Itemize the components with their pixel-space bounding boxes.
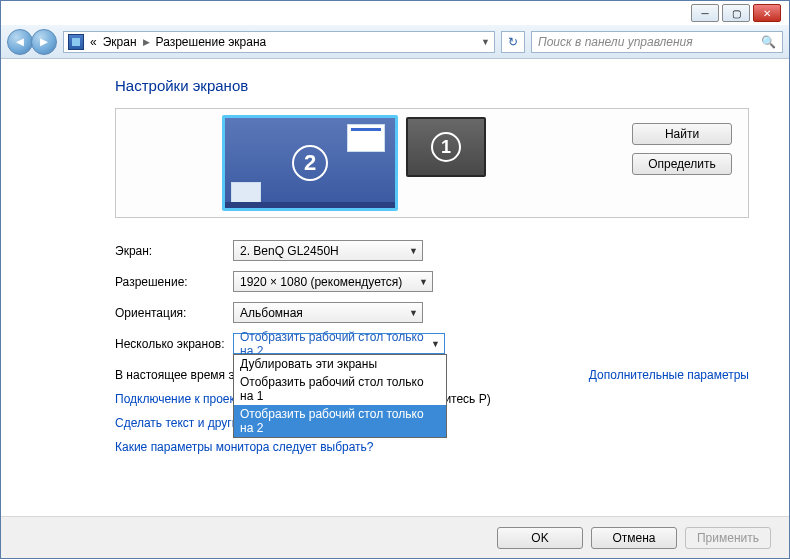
- refresh-button[interactable]: ↻: [501, 31, 525, 53]
- crumb-screen[interactable]: Экран: [103, 35, 137, 49]
- chevron-down-icon: ▼: [409, 308, 418, 318]
- crumb-prefix: «: [90, 35, 97, 49]
- crumb-sep: ▶: [143, 37, 150, 47]
- crumb-resolution[interactable]: Разрешение экрана: [156, 35, 267, 49]
- multiple-displays-list: Дублировать эти экраны Отобразить рабочи…: [233, 354, 447, 438]
- chevron-down-icon: ▼: [431, 339, 440, 349]
- control-panel-icon: [68, 34, 84, 50]
- close-button[interactable]: ✕: [753, 4, 781, 22]
- monitor-help-link[interactable]: Какие параметры монитора следует выбрать…: [115, 440, 374, 454]
- window-thumb-icon: [347, 124, 385, 152]
- label-resolution: Разрешение:: [115, 275, 233, 289]
- footer: OK Отмена Применить: [1, 516, 789, 558]
- forward-button[interactable]: ►: [31, 29, 57, 55]
- monitor-2[interactable]: 2: [222, 115, 398, 211]
- label-screen: Экран:: [115, 244, 233, 258]
- monitor-2-number: 2: [292, 145, 328, 181]
- maximize-button[interactable]: ▢: [722, 4, 750, 22]
- orientation-dropdown[interactable]: Альбомная ▼: [233, 302, 423, 323]
- ok-button[interactable]: OK: [497, 527, 583, 549]
- address-bar[interactable]: « Экран ▶ Разрешение экрана ▼: [63, 31, 495, 53]
- label-multiple: Несколько экранов:: [115, 337, 233, 351]
- cancel-button[interactable]: Отмена: [591, 527, 677, 549]
- back-button[interactable]: ◄: [7, 29, 33, 55]
- monitor-1-number: 1: [431, 132, 461, 162]
- option-duplicate[interactable]: Дублировать эти экраны: [234, 355, 446, 373]
- label-orientation: Ориентация:: [115, 306, 233, 320]
- screen-dropdown[interactable]: 2. BenQ GL2450H ▼: [233, 240, 423, 261]
- address-dropdown-icon[interactable]: ▼: [481, 37, 490, 47]
- chevron-down-icon: ▼: [419, 277, 428, 287]
- page-title: Настройки экранов: [115, 77, 749, 94]
- multiple-displays-dropdown[interactable]: Отобразить рабочий стол только на 2 ▼ Ду…: [233, 333, 445, 354]
- monitor-preview-panel: 2 1 Найти Определить: [115, 108, 749, 218]
- window-controls: ─ ▢ ✕: [691, 4, 781, 22]
- taskbar-icon: [225, 202, 395, 208]
- apply-button: Применить: [685, 527, 771, 549]
- search-placeholder: Поиск в панели управления: [538, 35, 693, 49]
- minimize-button[interactable]: ─: [691, 4, 719, 22]
- search-input[interactable]: Поиск в панели управления 🔍: [531, 31, 783, 53]
- main-display-note: В настоящее время эт: [115, 368, 240, 382]
- monitor-1[interactable]: 1: [406, 117, 486, 177]
- chevron-down-icon: ▼: [409, 246, 418, 256]
- search-icon[interactable]: 🔍: [761, 35, 776, 49]
- identify-button[interactable]: Определить: [632, 153, 732, 175]
- advanced-settings-link[interactable]: Дополнительные параметры: [589, 368, 749, 382]
- option-show-on-1[interactable]: Отобразить рабочий стол только на 1: [234, 373, 446, 405]
- resolution-dropdown[interactable]: 1920 × 1080 (рекомендуется) ▼: [233, 271, 433, 292]
- window-thumb-icon: [231, 182, 261, 204]
- option-show-on-2[interactable]: Отобразить рабочий стол только на 2: [234, 405, 446, 437]
- navbar: ◄ ► « Экран ▶ Разрешение экрана ▼ ↻ Поис…: [1, 25, 789, 59]
- find-button[interactable]: Найти: [632, 123, 732, 145]
